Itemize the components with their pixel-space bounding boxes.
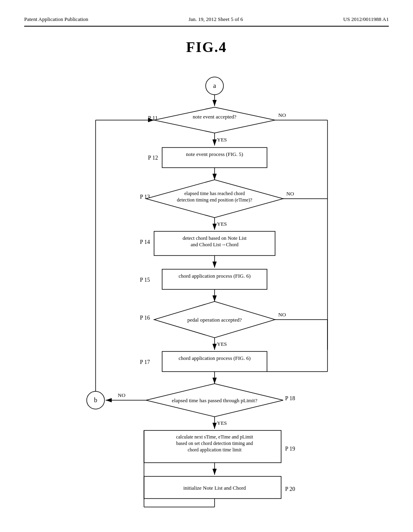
p14-text1: detect chord based on Note List [183,235,247,241]
p12-text1: note event process (FIG. 5) [186,151,243,157]
p13-no-label: NO [286,191,294,197]
p14-label: P 14 [140,239,150,245]
p18-label: P 18 [285,395,295,401]
p20-text: initialize Note List and Chord [183,485,246,491]
p13-yes-label: YES [217,221,227,227]
page-header: Patent Application Publication Jan. 19, … [24,16,389,27]
p11-yes-label: YES [217,137,227,143]
p19-text3: chord application time limit [188,447,242,453]
p12-label: P 12 [148,155,158,161]
p15-text: chord application process (FIG. 6) [179,273,251,279]
p11-diamond [154,107,275,133]
header-center: Jan. 19, 2012 Sheet 5 of 6 [188,16,243,23]
p18-text: elapsed time has passed through pLimit? [172,397,257,403]
header-right: US 2012/0011988 A1 [343,16,389,23]
p11-text: note event accepted? [193,114,236,120]
p15-label: P 15 [140,277,150,283]
p19-text2: based on set chord detection timing and [176,441,253,446]
flowchart-svg: a P 11 note event accepted? NO YES P 12 … [69,68,360,511]
p19-label: P 19 [285,446,295,452]
p18-yes-label: YES [217,420,227,426]
p17-rect [162,351,267,372]
p13-text2: detection timing end position (eTime)? [177,197,252,203]
p14-text2: and Chord List→Chord [191,242,239,247]
p11-no-label: NO [278,112,286,118]
p16-label: P 16 [140,315,150,321]
flowchart: a P 11 note event accepted? NO YES P 12 … [69,68,344,511]
p13-text1: elapsed time has reached chord [184,191,245,196]
p12-rect [162,148,267,168]
p16-no-label: NO [278,312,286,318]
p17-text: chord application process (FIG. 6) [179,355,251,361]
header-left: Patent Application Publication [24,16,88,23]
page: Patent Application Publication Jan. 19, … [0,0,413,532]
p18-no-label: NO [118,392,125,398]
p17-label: P 17 [140,359,150,365]
p16-text: pedal operation accepted? [188,317,242,323]
circle-b-label: b [94,397,97,403]
p16-yes-label: YES [217,341,227,347]
p15-rect [162,269,267,289]
figure-title: FIG.4 [24,39,389,56]
p19-text1: calculate next sTime, eTime and pLimit [176,434,253,440]
circle-a-label: a [213,82,216,89]
p20-label: P 20 [285,486,295,492]
